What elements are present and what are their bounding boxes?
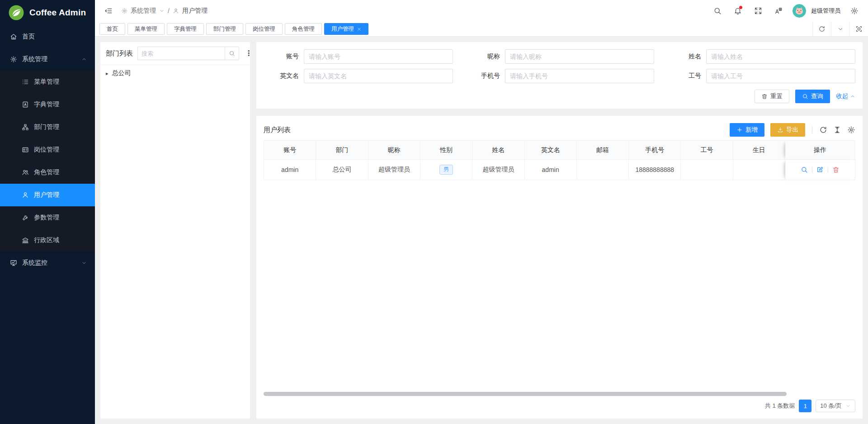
phone-input[interactable] <box>505 69 654 83</box>
list-icon <box>22 78 29 86</box>
home-icon <box>10 33 17 40</box>
cell-work-no <box>681 160 733 180</box>
add-user-button[interactable]: 新增 <box>730 123 764 137</box>
name-input[interactable] <box>706 49 855 64</box>
horizontal-scrollbar[interactable] <box>264 392 787 396</box>
sidebar-item-role-mgmt[interactable]: 角色管理 <box>0 161 95 184</box>
sidebar-submenu-system: 菜单管理 字典管理 部门管理 岗位管理 角色管理 <box>0 71 95 252</box>
page-size-select[interactable]: 10 条/页 <box>816 400 855 412</box>
export-button[interactable]: 导出 <box>770 123 805 137</box>
table-toolbar: 用户列表 新增 导出 <box>264 120 855 139</box>
maximize-content-button[interactable] <box>849 21 868 36</box>
app-root: Coffee Admin 首页 系统管理 菜单管理 字典管理 <box>0 0 868 424</box>
sidebar-item-admin-region[interactable]: 行政区域 <box>0 229 95 252</box>
department-more-button[interactable]: ⋮ <box>244 49 254 58</box>
sidebar-group-system[interactable]: 系统管理 <box>0 48 95 71</box>
magnifier-icon <box>801 166 808 173</box>
department-panel-title: 部门列表 <box>106 49 133 58</box>
maximize-icon <box>855 25 863 33</box>
action-divider <box>812 167 812 173</box>
page-1-button[interactable]: 1 <box>799 400 811 412</box>
tree-expand-icon[interactable]: ▸ <box>106 71 108 76</box>
query-button[interactable]: 查询 <box>795 90 830 103</box>
gear-icon <box>121 8 127 14</box>
col-header-work-no: 工号 <box>681 141 733 160</box>
col-header-birthday: 生日 <box>733 141 785 160</box>
username[interactable]: 超级管理员 <box>811 7 840 15</box>
collapse-form-link[interactable]: 收起 <box>836 92 855 100</box>
form-field-phone: 手机号 <box>465 69 654 83</box>
sidebar-group-label: 系统管理 <box>22 55 47 63</box>
refresh-table-button[interactable] <box>819 126 827 134</box>
work-no-input[interactable] <box>706 69 855 83</box>
en-name-input[interactable] <box>304 69 453 83</box>
tab-home[interactable]: 首页 <box>99 23 125 35</box>
sidebar-item-post-mgmt[interactable]: 岗位管理 <box>0 138 95 161</box>
query-button-label: 查询 <box>811 92 823 100</box>
nickname-input[interactable] <box>505 49 654 64</box>
sidebar-item-menu-mgmt[interactable]: 菜单管理 <box>0 71 95 93</box>
edit-row-button[interactable] <box>816 166 824 173</box>
department-search-button[interactable] <box>225 47 239 60</box>
gear-icon <box>10 56 17 63</box>
org-chart-icon <box>22 124 29 131</box>
search-icon <box>802 93 808 100</box>
sidebar-item-dept-mgmt[interactable]: 部门管理 <box>0 116 95 138</box>
field-label: 账号 <box>264 52 299 61</box>
tab-post-mgmt[interactable]: 岗位管理 <box>245 23 283 35</box>
sidebar-item-dict-mgmt[interactable]: 字典管理 <box>0 93 95 116</box>
department-search-input[interactable] <box>137 47 225 60</box>
reset-button[interactable]: 重置 <box>755 90 789 103</box>
notification-dot <box>739 6 742 9</box>
tab-user-mgmt[interactable]: 用户管理 <box>324 23 368 35</box>
user-table: 账号 部门 昵称 性别 姓名 英文名 邮箱 手机号 工号 生日 操作 admin… <box>264 140 855 180</box>
column-settings-button[interactable] <box>847 126 855 134</box>
form-field-account: 账号 <box>264 49 453 64</box>
tab-dict-mgmt[interactable]: 字典管理 <box>167 23 204 35</box>
account-input[interactable] <box>304 49 453 64</box>
sidebar-item-label: 参数管理 <box>34 214 59 222</box>
app-logo[interactable]: Coffee Admin <box>0 0 95 25</box>
col-header-phone: 手机号 <box>629 141 681 160</box>
department-tree: ▸ 总公司 <box>100 65 250 81</box>
sidebar-collapse-button[interactable] <box>102 5 115 17</box>
delete-row-button[interactable] <box>832 166 840 173</box>
search-icon <box>229 50 235 57</box>
header-right: 超级管理员 <box>711 4 861 18</box>
cell-gender: 男 <box>420 160 472 180</box>
sidebar-item-label: 菜单管理 <box>34 78 59 86</box>
fullscreen-icon <box>754 7 762 15</box>
gear-icon <box>847 126 855 134</box>
sidebar-item-home[interactable]: 首页 <box>0 25 95 48</box>
tree-node-head-office[interactable]: ▸ 总公司 <box>106 69 245 77</box>
download-icon <box>777 127 783 133</box>
clear-icon <box>761 93 768 100</box>
fullscreen-button[interactable] <box>752 5 764 17</box>
breadcrumb-level1[interactable]: 系统管理 <box>131 7 156 15</box>
tab-actions-dropdown[interactable] <box>831 21 849 36</box>
refresh-tab-button[interactable] <box>812 21 831 36</box>
plus-icon <box>736 127 743 133</box>
refresh-icon <box>818 25 826 33</box>
col-header-email: 邮箱 <box>577 141 629 160</box>
sidebar-item-user-mgmt[interactable]: 用户管理 <box>0 184 95 206</box>
cell-birthday <box>733 160 785 180</box>
notifications-button[interactable] <box>731 5 744 17</box>
page-size-value: 10 条/页 <box>820 402 842 410</box>
language-button[interactable] <box>772 5 785 17</box>
tab-menu-mgmt[interactable]: 菜单管理 <box>127 23 165 35</box>
sidebar-item-label: 角色管理 <box>34 168 59 176</box>
sidebar-group-monitor[interactable]: 系统监控 <box>0 252 95 274</box>
sidebar-group-label: 系统监控 <box>22 259 47 267</box>
app-title: Coffee Admin <box>29 8 86 18</box>
settings-button[interactable] <box>848 5 861 17</box>
tab-bar: 首页 菜单管理 字典管理 部门管理 岗位管理 角色管理 用户管理 <box>95 22 868 37</box>
close-icon[interactable] <box>357 27 361 31</box>
tab-dept-mgmt[interactable]: 部门管理 <box>206 23 243 35</box>
row-height-button[interactable] <box>833 126 841 134</box>
sidebar-item-param-mgmt[interactable]: 参数管理 <box>0 206 95 229</box>
global-search-button[interactable] <box>711 5 724 17</box>
view-row-button[interactable] <box>801 166 808 173</box>
tab-role-mgmt[interactable]: 角色管理 <box>285 23 322 35</box>
avatar[interactable] <box>793 4 806 18</box>
